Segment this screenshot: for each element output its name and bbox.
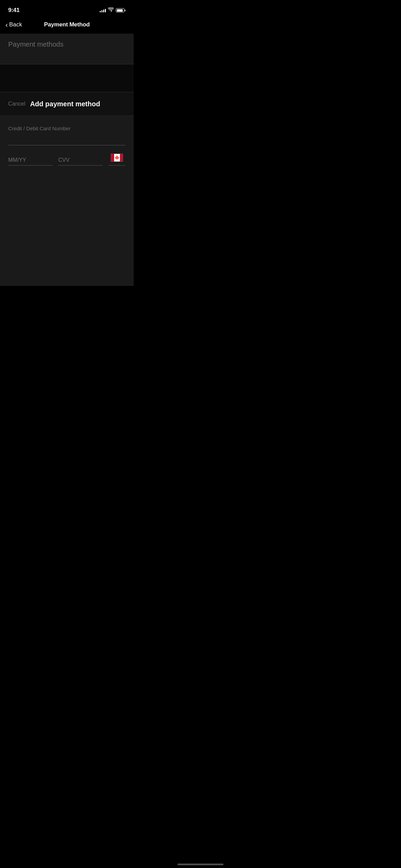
- card-number-input[interactable]: [8, 135, 125, 145]
- add-payment-title: Add payment method: [25, 100, 105, 108]
- signal-bar-4: [105, 9, 106, 12]
- nav-bar: ‹ Back Payment Method: [0, 19, 134, 34]
- overlay-area: [0, 64, 134, 92]
- card-number-field: Credit / Debit Card Number: [8, 125, 125, 145]
- signal-bar-2: [101, 10, 102, 12]
- payment-methods-title: Payment methods: [8, 40, 63, 48]
- main-content: Payment methods Cancel Add payment metho…: [0, 34, 134, 286]
- country-flag-field[interactable]: 🍁: [108, 154, 125, 166]
- signal-bar-3: [103, 10, 104, 12]
- nav-title: Payment Method: [44, 21, 89, 28]
- add-payment-bar: Cancel Add payment method: [0, 92, 134, 116]
- signal-bar-1: [100, 11, 101, 12]
- cvv-input[interactable]: [58, 155, 103, 166]
- signal-bars-icon: [100, 8, 106, 12]
- back-chevron-icon: ‹: [5, 21, 8, 28]
- expiry-field: [8, 155, 53, 166]
- cvv-field: [58, 155, 103, 166]
- card-number-label: Credit / Debit Card Number: [8, 125, 125, 131]
- canada-flag-icon: 🍁: [111, 154, 123, 162]
- form-area: Credit / Debit Card Number 🍁: [0, 116, 134, 175]
- status-bar: 9:41: [0, 0, 134, 19]
- flag-divider: [108, 165, 125, 166]
- section-header: Payment methods: [0, 34, 134, 64]
- card-details-row: 🍁: [8, 154, 125, 166]
- expiry-input[interactable]: [8, 155, 53, 166]
- cancel-button[interactable]: Cancel: [8, 101, 25, 107]
- back-label: Back: [9, 21, 22, 28]
- status-time: 9:41: [8, 7, 20, 14]
- status-icons: [100, 7, 125, 13]
- maple-leaf-icon: 🍁: [114, 156, 120, 160]
- battery-icon: [116, 8, 125, 12]
- wifi-icon: [108, 7, 114, 13]
- back-button[interactable]: ‹ Back: [5, 21, 22, 28]
